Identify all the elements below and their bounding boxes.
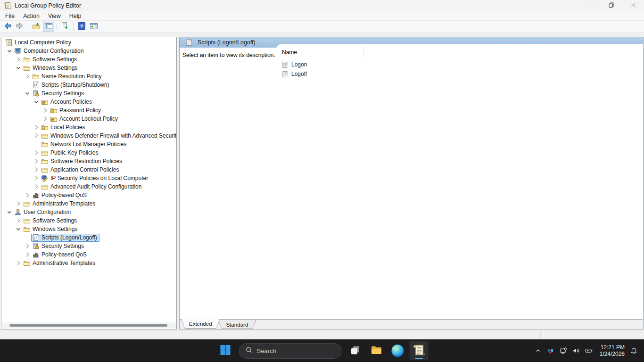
menu-view[interactable]: View (44, 12, 65, 20)
scrollbar-thumb[interactable] (9, 324, 167, 327)
tree-node[interactable]: Software Restriction Policies (40, 157, 124, 165)
tab-standard[interactable]: Standard (218, 320, 256, 329)
menu-file[interactable]: File (1, 12, 19, 20)
up-folder-button[interactable] (31, 22, 42, 32)
tree-node[interactable]: Software Settings (22, 217, 79, 225)
tree-node[interactable]: Local Policies (40, 123, 87, 132)
chevron-down-icon[interactable] (23, 90, 31, 97)
chevron-right-icon[interactable] (23, 242, 31, 250)
tree-item-policy-based-qos[interactable]: Policy-based QoS (1, 250, 176, 259)
chevron-up-icon[interactable] (534, 347, 542, 354)
list-item-logoff[interactable]: Logoff (276, 69, 643, 79)
chevron-right-icon[interactable] (32, 174, 40, 182)
tree-node[interactable]: IP Security Policies on Local Computer (40, 174, 150, 182)
tree-node[interactable]: Application Control Policies (40, 166, 121, 174)
tree-node[interactable]: Policy-based QoS (31, 191, 89, 199)
tree-node[interactable]: User Configuration (13, 208, 73, 216)
taskbar-search[interactable]: Search (239, 343, 342, 359)
tree-item-computer-configuration[interactable]: Computer Configuration (1, 47, 176, 55)
chevron-right-icon[interactable] (32, 183, 40, 190)
tree-item-local-policies[interactable]: Local Policies (1, 123, 176, 132)
battery-charging-icon[interactable] (585, 347, 593, 354)
chevron-right-icon[interactable] (32, 157, 40, 165)
tree-node[interactable]: Software Settings (22, 56, 79, 64)
column-divider[interactable] (363, 47, 363, 57)
tree-node[interactable]: Administrative Templates (22, 259, 98, 267)
chevron-right-icon[interactable] (14, 217, 22, 224)
tree-node[interactable]: Account Policies (40, 98, 94, 106)
tree-node[interactable]: Advanced Audit Policy Configuration (40, 183, 144, 191)
tree-item-public-key-policies[interactable]: Public Key Policies (1, 148, 176, 157)
tree-item-software-settings[interactable]: Software Settings (1, 55, 176, 64)
chevron-right-icon[interactable] (32, 123, 40, 131)
tree-item-administrative-templates[interactable]: Administrative Templates (1, 199, 176, 208)
chevron-right-icon[interactable] (23, 73, 31, 80)
tree-item-scripts-logon-logoff[interactable]: Scripts (Logon/Logoff) (1, 233, 176, 242)
tree-item-administrative-templates[interactable]: Administrative Templates (1, 259, 176, 267)
tree-node[interactable]: Security Settings (31, 242, 86, 250)
chevron-right-icon[interactable] (32, 149, 40, 156)
chevron-right-icon[interactable] (41, 107, 49, 114)
menu-action[interactable]: Action (19, 12, 44, 20)
tree-item-name-resolution-policy[interactable]: Name Resolution Policy (1, 72, 176, 81)
tree-node[interactable]: Windows Settings (22, 225, 80, 233)
tree-item-application-control-policies[interactable]: Application Control Policies (1, 165, 176, 174)
console-tree-button[interactable] (43, 22, 54, 32)
tree-node[interactable]: Windows Defender Firewall with Advanced … (40, 132, 177, 140)
tree-item-account-policies[interactable]: Account Policies (1, 98, 176, 106)
tree-node[interactable]: Network List Manager Policies (40, 140, 129, 148)
chevron-down-icon[interactable] (14, 64, 22, 72)
gpedit-scroll-taskbar-button[interactable] (410, 341, 429, 360)
list-column-header[interactable]: Name (276, 44, 643, 60)
tree-node[interactable]: Computer Configuration (13, 47, 86, 55)
tree-item-software-restriction-policies[interactable]: Software Restriction Policies (1, 157, 176, 165)
chevron-right-icon[interactable] (32, 132, 40, 140)
tree-item-account-lockout-policy[interactable]: Account Lockout Policy (1, 115, 176, 123)
export-list-button[interactable] (59, 22, 71, 32)
action-pane-button[interactable] (88, 22, 99, 32)
restore-button[interactable] (601, 0, 622, 11)
tree-node[interactable]: Scripts (Logon/Logoff) (31, 234, 99, 242)
volume-icon[interactable] (572, 347, 580, 354)
tree-node[interactable]: Policy-based QoS (31, 251, 89, 259)
taskbar-clock[interactable]: 12:21 PM 1/24/2026 (600, 344, 625, 357)
tree-node[interactable]: Local Computer Policy (4, 39, 74, 47)
tree-item-windows-settings[interactable]: Windows Settings (1, 225, 176, 233)
tree-node[interactable]: Windows Settings (22, 64, 80, 72)
tree-item-policy-based-qos[interactable]: Policy-based QoS (1, 191, 176, 199)
chevron-right-icon[interactable] (23, 191, 31, 199)
chevron-right-icon[interactable] (32, 166, 40, 173)
chevron-right-icon[interactable] (14, 259, 22, 267)
chevron-down-icon[interactable] (32, 98, 40, 106)
tree-horizontal-scrollbar[interactable] (2, 322, 176, 329)
close-button[interactable] (622, 0, 644, 11)
chevron-right-icon[interactable] (41, 115, 49, 123)
chevron-down-icon[interactable] (5, 47, 13, 55)
tree-node[interactable]: Password Policy (49, 107, 103, 115)
edge-taskbar-button[interactable] (388, 341, 407, 360)
tree-node[interactable]: Security Settings (31, 90, 86, 98)
forward-button[interactable] (14, 22, 25, 32)
back-button[interactable] (2, 22, 13, 32)
chevron-right-icon[interactable] (14, 200, 22, 207)
network-icon[interactable] (560, 347, 567, 354)
tree-node[interactable]: Account Lockout Policy (49, 115, 120, 123)
list-item-logon[interactable]: Logon (276, 60, 643, 69)
notification-bell-icon[interactable] (630, 347, 637, 354)
tree-item-advanced-audit-policy-configuration[interactable]: Advanced Audit Policy Configuration (1, 182, 176, 191)
menu-help[interactable]: Help (65, 12, 86, 20)
chevron-down-icon[interactable] (14, 225, 22, 233)
tab-extended[interactable]: Extended (181, 319, 220, 329)
tree-node[interactable]: Public Key Policies (40, 149, 100, 157)
tree-item-local-computer-policy[interactable]: Local Computer Policy (1, 38, 176, 47)
tree-item-software-settings[interactable]: Software Settings (1, 216, 176, 225)
task-view-taskbar-button[interactable] (346, 341, 365, 360)
tree-item-user-configuration[interactable]: User Configuration (1, 208, 176, 216)
tree-item-ip-security-policies-on-local-computer[interactable]: IP Security Policies on Local Computer (1, 174, 176, 182)
minimize-button[interactable] (579, 0, 601, 11)
tree-item-scripts-startup-shutdown[interactable]: Scripts (Startup/Shutdown) (1, 81, 176, 89)
chevron-right-icon[interactable] (14, 56, 22, 63)
tree-item-security-settings[interactable]: Security Settings (1, 89, 176, 98)
tree-node[interactable]: Scripts (Startup/Shutdown) (31, 81, 111, 89)
tree-item-windows-settings[interactable]: Windows Settings (1, 64, 176, 72)
